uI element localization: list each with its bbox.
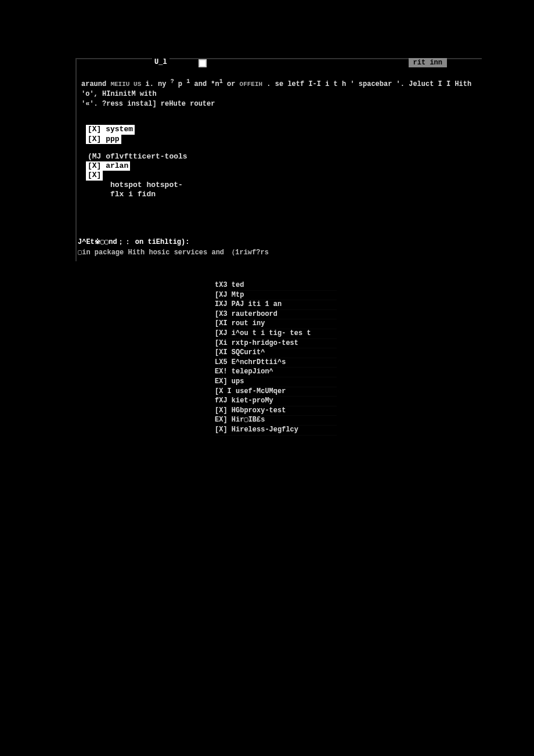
- pkg-wireless-legacy[interactable]: [X] Hireless-Jegflcy: [215, 426, 337, 435]
- frame-left-border: [75, 70, 77, 261]
- pkg-telephony[interactable]: EX! telepJion^: [215, 368, 337, 377]
- pkg-mtp[interactable]: [XJ Mtp: [215, 291, 337, 301]
- installer-window: U_l rit inn araund MEIIU US i. ny ? p 1 …: [75, 58, 482, 257]
- pkg-pajitian[interactable]: IXJ PAJ iti 1 an: [215, 300, 337, 310]
- pkg-system[interactable]: [X] system: [86, 125, 135, 134]
- pkg-arlan[interactable]: [X] arlan: [86, 161, 130, 171]
- instr-frag: OFFEIH: [240, 81, 263, 88]
- instructions-text: araund MEIIU US i. ny ? p 1 and *n1 or O…: [81, 78, 482, 109]
- pkg-partial[interactable]: [X]: [86, 171, 103, 180]
- depends-desc: ▢in package Hith hosic services and （1ri…: [75, 247, 482, 257]
- instr-frag: . se: [262, 80, 287, 88]
- pkg-routing-test[interactable]: [XJ i^ou t i tig- tes t: [215, 329, 337, 339]
- pkg-hotspot[interactable]: hotspot hotspot-: [86, 181, 185, 190]
- title-bar: U_l rit inn: [75, 58, 482, 70]
- instr-frag: i. ny: [141, 80, 170, 88]
- pkg-ted[interactable]: tX3 ted: [215, 281, 337, 291]
- title-fragment-left: U_l: [152, 58, 169, 66]
- instr-frag: p: [174, 80, 187, 88]
- pkg-advtools[interactable]: (MJ oflvftticert-tools: [86, 152, 189, 161]
- title-button-right[interactable]: rit inn: [409, 58, 447, 67]
- pkg-routerboard[interactable]: [X3 rauterboord: [215, 310, 337, 320]
- pkg-ups[interactable]: EX] ups: [215, 377, 337, 387]
- pkg-hgbproxy-test[interactable]: [X] HGbproxy-test: [215, 406, 337, 416]
- instr-frag: MEIIU US: [110, 81, 141, 88]
- pkg-synchronous[interactable]: LX5 E^nchrDttii^s: [215, 358, 337, 368]
- pkg-kiet-proxy[interactable]: fXJ kiet-proMy: [215, 397, 337, 406]
- pkg-rxtp-bridge-test[interactable]: [Xi rxtp-hridgo-test: [215, 339, 337, 349]
- pkg-security[interactable]: [XI SQCurit^: [215, 348, 337, 358]
- title-checkbox-icon: [199, 59, 207, 67]
- instr-frag: and *n: [190, 80, 219, 88]
- pkg-routing[interactable]: [XI rout iny: [215, 319, 337, 329]
- package-list-top: [X] system [X] ppp (MJ oflvftticert-tool…: [86, 125, 482, 199]
- instr-frag: or: [223, 80, 240, 88]
- depends-heading: J^Et※▢▢nd；： on tiEhltig):: [75, 236, 192, 247]
- instr-line2: '«'. ?ress instal] reHute router: [81, 100, 215, 108]
- pkg-user-manager[interactable]: [X I usef-McUMqer: [215, 387, 337, 397]
- package-list-bottom: tX3 ted [XJ Mtp IXJ PAJ iti 1 an [X3 rau…: [215, 281, 337, 435]
- pkg-wireless[interactable]: EX] Hir▢IB£s: [215, 416, 337, 426]
- pkg-spacer: [86, 144, 482, 152]
- pkg-ppp[interactable]: [X] ppp: [86, 135, 121, 144]
- instr-frag: araund: [81, 80, 110, 88]
- pkg-fix[interactable]: flx i fidn: [86, 190, 157, 199]
- depends-block: J^Et※▢▢nd；： on tiEhltig): ▢in package Hi…: [75, 236, 482, 257]
